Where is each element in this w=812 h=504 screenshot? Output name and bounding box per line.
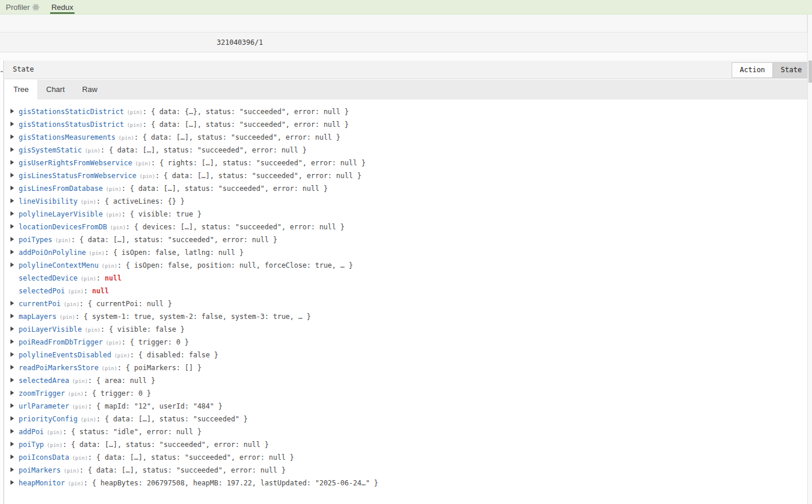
tree-row[interactable]: poiTyp(pin): { data: […], status: "succe…: [10, 438, 807, 451]
expand-arrow-icon[interactable]: [10, 262, 14, 267]
state-key[interactable]: heapMonitor: [19, 479, 65, 487]
panel-resizer[interactable]: [0, 61, 4, 504]
tree-row[interactable]: gisUserRightsFromWebservice(pin): { righ…: [10, 157, 807, 169]
pin-link[interactable]: (pin): [80, 199, 96, 205]
tree-row[interactable]: poiIconsData(pin): { data: […], status: …: [10, 451, 807, 464]
pin-link[interactable]: (pin): [118, 135, 134, 141]
vertical-scrollbar[interactable]: [807, 15, 812, 504]
pin-link[interactable]: (pin): [72, 378, 88, 384]
pin-link[interactable]: (pin): [139, 173, 155, 179]
pin-link[interactable]: (pin): [101, 263, 117, 269]
state-key[interactable]: readPoiMarkersStore: [19, 364, 98, 372]
expand-arrow-icon[interactable]: [10, 455, 14, 459]
state-key[interactable]: gisUserRightsFromWebservice: [19, 159, 132, 167]
pin-link[interactable]: (pin): [55, 237, 71, 243]
state-view-button[interactable]: State: [773, 62, 810, 78]
state-key[interactable]: poiLayerVisible: [19, 325, 82, 333]
expand-arrow-icon[interactable]: [10, 224, 14, 229]
action-view-button[interactable]: Action: [732, 62, 773, 78]
pin-link[interactable]: (pin): [106, 340, 122, 346]
expand-arrow-icon[interactable]: [10, 250, 14, 254]
tree-row[interactable]: gisLinesStatusFromWebservice(pin): { dat…: [10, 169, 807, 182]
state-key[interactable]: gisSystemStatic: [19, 146, 82, 154]
tree-row[interactable]: poiTypes(pin): { data: […], status: "suc…: [10, 233, 807, 246]
tree-row[interactable]: poiLayerVisible(pin): { visible: false }: [10, 323, 807, 336]
tree-row[interactable]: addPoi(pin): { status: "idle", error: nu…: [10, 425, 807, 438]
tree-row[interactable]: selectedDevice(pin): null: [10, 272, 807, 285]
pin-link[interactable]: (pin): [110, 225, 126, 230]
state-key[interactable]: selectedDevice: [19, 274, 77, 282]
state-key[interactable]: gisStationsStatusDistrict: [19, 120, 124, 129]
expand-arrow-icon[interactable]: [10, 391, 14, 395]
state-key[interactable]: selectedArea: [19, 377, 69, 385]
expand-arrow-icon[interactable]: [10, 378, 14, 382]
expand-arrow-icon[interactable]: [10, 109, 14, 113]
expand-arrow-icon[interactable]: [10, 147, 14, 152]
tree-row[interactable]: mapLayers(pin): { system-1: true, system…: [10, 310, 807, 323]
state-key[interactable]: currentPoi: [19, 300, 61, 308]
expand-arrow-icon[interactable]: [10, 314, 14, 318]
tree-row[interactable]: addPoiOnPolyline(pin): { isOpen: false, …: [10, 246, 807, 259]
expand-arrow-icon[interactable]: [10, 173, 14, 178]
tree-row[interactable]: lineVisibility(pin): { activeLines: {} }: [10, 195, 807, 208]
expand-arrow-icon[interactable]: [10, 403, 14, 408]
tree-row[interactable]: gisStationsStatusDistrict(pin): { data: …: [10, 118, 807, 131]
state-key[interactable]: gisStationsMeasurements: [19, 133, 115, 141]
pin-link[interactable]: (pin): [80, 417, 96, 423]
pin-link[interactable]: (pin): [106, 186, 122, 192]
pin-link[interactable]: (pin): [106, 212, 122, 218]
state-key[interactable]: addPoi: [19, 428, 44, 436]
pin-link[interactable]: (pin): [72, 404, 88, 410]
state-key[interactable]: poiReadFromDbTrigger: [19, 338, 103, 346]
pin-link[interactable]: (pin): [47, 442, 62, 448]
expand-arrow-icon[interactable]: [10, 480, 14, 485]
tab-redux[interactable]: Redux: [45, 0, 79, 14]
state-key[interactable]: poiTyp: [19, 441, 44, 449]
tree-row[interactable]: selectedArea(pin): { area: null }: [10, 374, 807, 387]
action-list-item[interactable]: 321040396/1: [217, 33, 263, 52]
state-key[interactable]: polylineEventsDisabled: [19, 351, 111, 359]
pin-link[interactable]: (pin): [59, 314, 75, 320]
tree-row[interactable]: polylineEventsDisabled(pin): { disabled:…: [10, 349, 807, 361]
state-key[interactable]: urlParameter: [19, 402, 69, 410]
tree-row[interactable]: readPoiMarkersStore(pin): { poiMarkers: …: [10, 361, 807, 374]
tree-row[interactable]: poiMarkers(pin): { data: […], status: "s…: [10, 464, 807, 477]
expand-arrow-icon[interactable]: [10, 301, 14, 306]
expand-arrow-icon[interactable]: [10, 160, 14, 165]
pin-link[interactable]: (pin): [72, 455, 88, 461]
state-key[interactable]: poiTypes: [19, 236, 52, 244]
tree-row[interactable]: gisStationsStaticDistrict(pin): { data: …: [10, 105, 807, 118]
expand-arrow-icon[interactable]: [10, 467, 14, 472]
tree-row[interactable]: polylineContextMenu(pin): { isOpen: fals…: [10, 259, 807, 272]
tree-row[interactable]: locationDevicesFromDB(pin): { devices: […: [10, 221, 807, 233]
tree-row[interactable]: gisStationsMeasurements(pin): { data: [……: [10, 131, 807, 144]
pin-link[interactable]: (pin): [84, 148, 100, 154]
pin-link[interactable]: (pin): [127, 109, 143, 115]
tree-row[interactable]: priorityConfig(pin): { data: […], status…: [10, 413, 807, 425]
tree-row[interactable]: polylineLayerVisible(pin): { visible: tr…: [10, 208, 807, 221]
state-key[interactable]: zoomTrigger: [19, 389, 65, 397]
tree-row[interactable]: selectedPoi(pin): null: [10, 285, 807, 297]
pin-link[interactable]: (pin): [127, 122, 143, 128]
state-key[interactable]: selectedPoi: [19, 287, 65, 295]
expand-arrow-icon[interactable]: [10, 365, 14, 370]
pin-link[interactable]: (pin): [68, 289, 83, 294]
state-key[interactable]: polylineContextMenu: [19, 261, 98, 269]
tree-row[interactable]: gisLinesFromDatabase(pin): { data: […], …: [10, 182, 807, 195]
expand-arrow-icon[interactable]: [10, 211, 14, 216]
state-key[interactable]: poiMarkers: [19, 466, 61, 474]
expand-arrow-icon[interactable]: [10, 442, 14, 446]
state-key[interactable]: lineVisibility: [19, 197, 77, 205]
expand-arrow-icon[interactable]: [10, 429, 14, 434]
pin-link[interactable]: (pin): [47, 430, 62, 435]
expand-arrow-icon[interactable]: [10, 186, 14, 190]
scrollbar-thumb[interactable]: [809, 61, 812, 83]
pin-link[interactable]: (pin): [135, 161, 151, 166]
tree-row[interactable]: zoomTrigger(pin): { trigger: 0 }: [10, 387, 807, 400]
state-key[interactable]: gisLinesStatusFromWebservice: [19, 172, 136, 180]
pin-link[interactable]: (pin): [80, 276, 96, 282]
pin-link[interactable]: (pin): [63, 301, 79, 307]
tree-row[interactable]: heapMonitor(pin): { heapBytes: 206797508…: [10, 477, 807, 489]
state-key[interactable]: poiIconsData: [19, 453, 69, 462]
state-key[interactable]: addPoiOnPolyline: [19, 249, 86, 257]
